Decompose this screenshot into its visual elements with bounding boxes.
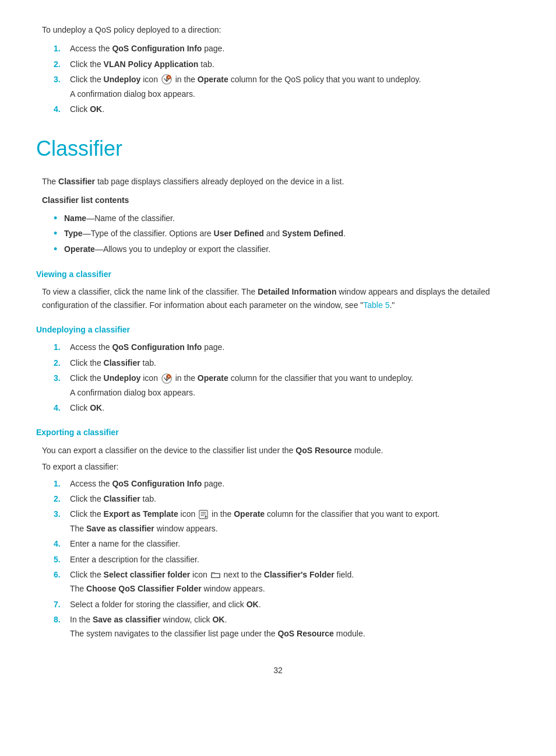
page-number: 32: [36, 664, 520, 677]
step-number: 1.: [54, 42, 70, 55]
confirm-text: A confirmation dialog box appears.: [70, 88, 520, 100]
folder-icon: [211, 570, 220, 579]
section-title: Classifier: [36, 132, 520, 166]
viewing-subsection-title: Viewing a classifier: [36, 268, 520, 281]
list-item: 7. Select a folder for storing the class…: [54, 598, 520, 611]
bold-text: Undeploy: [104, 373, 141, 383]
bold-text: Classifier: [104, 494, 140, 503]
bold-text: QoS Resource: [295, 446, 351, 455]
step-content: Select a folder for storing the classifi…: [70, 598, 520, 611]
export-template-icon: [199, 510, 208, 519]
bold-text: Operate: [234, 509, 265, 519]
bold-text: Save as classifier: [86, 524, 154, 533]
step-number: 1.: [54, 341, 70, 354]
exporting-steps-list: 1. Access the QoS Configuration Info pag…: [36, 477, 520, 640]
exporting-para1: You can export a classifier on the devic…: [36, 444, 520, 457]
bold-text: OK: [212, 615, 224, 624]
step-content: Click the Export as Template icon in the…: [70, 508, 520, 535]
list-item: 6. Click the Select classifier folder ic…: [54, 568, 520, 596]
intro-paragraph: To undeploy a QoS policy deployed to a d…: [36, 23, 520, 36]
bullet-icon: •: [54, 243, 64, 256]
step-content: Click OK.: [70, 401, 520, 414]
intro-steps-list: 1. Access the QoS Configuration Info pag…: [36, 42, 520, 116]
bold-text: User Defined: [214, 229, 264, 238]
bold-text: Classifier: [58, 177, 95, 186]
page-content: To undeploy a QoS policy deployed to a d…: [36, 23, 520, 677]
undeploy-icon: ×: [161, 373, 172, 384]
exporting-subsection-title: Exporting a classifier: [36, 426, 520, 439]
step-number: 8.: [54, 613, 70, 640]
step-number: 1.: [54, 477, 70, 490]
step-content: Click the Undeploy icon × in the Operate…: [70, 372, 520, 399]
list-item: • Type—Type of the classifier. Options a…: [54, 227, 520, 240]
list-item: 4. Enter a name for the classifier.: [54, 537, 520, 550]
bold-text: Detailed Information: [258, 287, 336, 296]
classifier-bullet-list: • Name—Name of the classifier. • Type—Ty…: [36, 212, 520, 256]
classifier-description: The Classifier tab page displays classif…: [36, 175, 520, 188]
exporting-para2: To export a classifier:: [36, 460, 520, 473]
list-item-content: Type—Type of the classifier. Options are…: [64, 227, 520, 240]
list-item-content: Name—Name of the classifier.: [64, 212, 520, 225]
step-content: Click the Select classifier folder icon …: [70, 568, 520, 596]
list-item-content: Operate—Allows you to undeploy or export…: [64, 243, 520, 256]
svg-rect-12: [212, 573, 220, 578]
step-number: 5.: [54, 553, 70, 566]
undeploy-icon: ×: [161, 74, 172, 85]
list-item: 5. Enter a description for the classifie…: [54, 553, 520, 566]
list-item: 1. Access the QoS Configuration Info pag…: [54, 477, 520, 490]
confirm-text: A confirmation dialog box appears.: [70, 386, 520, 399]
bold-text: QoS Configuration Info: [112, 44, 202, 53]
step-content: Enter a description for the classifier.: [70, 553, 520, 566]
bold-text: Name: [64, 214, 86, 223]
step-content: Click the Undeploy icon × in the Operate…: [70, 73, 520, 100]
list-item: 4. Click OK.: [54, 103, 520, 116]
bullet-icon: •: [54, 212, 64, 225]
bold-text: Type: [64, 229, 83, 238]
bold-text: QoS Configuration Info: [112, 479, 202, 488]
list-item: 3. Click the Export as Template icon in …: [54, 508, 520, 535]
table5-link[interactable]: Table 5: [363, 300, 389, 310]
confirm-text: The Save as classifier window appears.: [70, 522, 520, 535]
step-content: Enter a name for the classifier.: [70, 537, 520, 550]
step-content: In the Save as classifier window, click …: [70, 613, 520, 640]
list-item: 1. Access the QoS Configuration Info pag…: [54, 341, 520, 354]
step-number: 6.: [54, 568, 70, 596]
bold-text: Undeploy: [104, 75, 141, 84]
bold-text: OK: [90, 104, 102, 114]
step-number: 2.: [54, 492, 70, 505]
step-number: 4.: [54, 103, 70, 116]
step-number: 4.: [54, 401, 70, 414]
list-item: 4. Click OK.: [54, 401, 520, 414]
list-item: 2. Click the Classifier tab.: [54, 492, 520, 505]
bold-text: Classifier's Folder: [264, 570, 335, 579]
step-number: 2.: [54, 356, 70, 369]
list-item: • Name—Name of the classifier.: [54, 212, 520, 225]
step-content: Access the QoS Configuration Info page.: [70, 477, 520, 490]
step-number: 7.: [54, 598, 70, 611]
undeploying-steps-list: 1. Access the QoS Configuration Info pag…: [36, 341, 520, 414]
step-content: Click OK.: [70, 103, 520, 116]
bold-text: Save as classifier: [93, 615, 161, 624]
list-item: 8. In the Save as classifier window, cli…: [54, 613, 520, 640]
viewing-description: To view a classifier, click the name lin…: [36, 285, 520, 312]
list-item: 1. Access the QoS Configuration Info pag…: [54, 42, 520, 55]
bold-text: Export as Template: [104, 509, 178, 519]
list-item: • Operate—Allows you to undeploy or expo…: [54, 243, 520, 256]
list-item: 3. Click the Undeploy icon × in the Oper…: [54, 372, 520, 399]
bold-text: Operate: [198, 75, 228, 84]
bold-text: Select classifier folder: [104, 570, 191, 579]
confirm-text: The system navigates to the classifier l…: [70, 627, 520, 640]
step-number: 3.: [54, 372, 70, 399]
list-item: 2. Click the Classifier tab.: [54, 356, 520, 369]
bold-text: Classifier: [104, 358, 140, 368]
bold-text: Operate: [64, 244, 95, 254]
classifier-list-label: Classifier list contents: [42, 194, 520, 206]
step-number: 4.: [54, 537, 70, 550]
confirm-text: The Choose QoS Classifier Folder window …: [70, 582, 520, 595]
bold-text: Choose QoS Classifier Folder: [86, 584, 202, 593]
bold-text: System Defined: [282, 229, 343, 238]
list-item: 2. Click the VLAN Policy Application tab…: [54, 58, 520, 71]
step-content: Click the Classifier tab.: [70, 356, 520, 369]
step-number: 3.: [54, 73, 70, 100]
bold-text: VLAN Policy Application: [104, 60, 199, 69]
